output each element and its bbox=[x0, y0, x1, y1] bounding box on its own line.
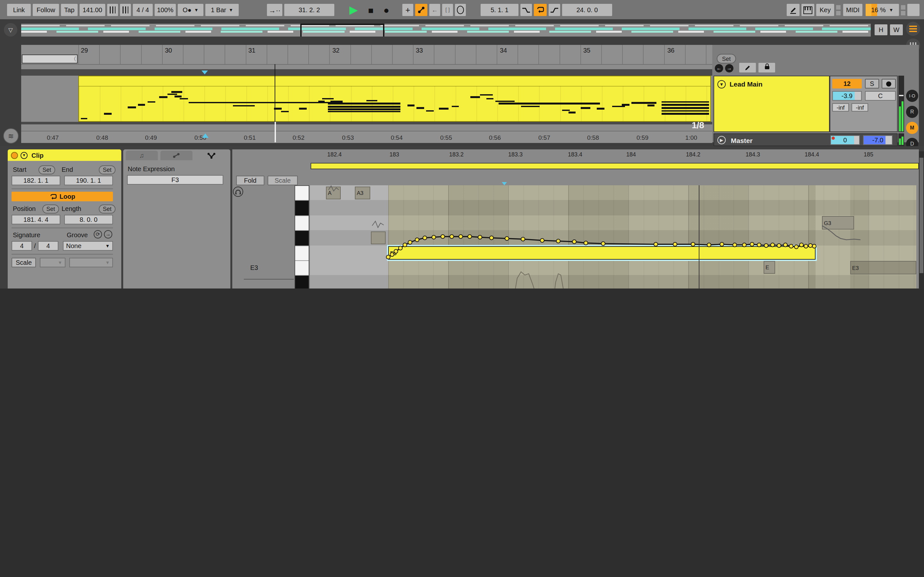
capture-midi-button[interactable]: [ ] bbox=[442, 4, 453, 16]
arrangement-view-selector[interactable] bbox=[906, 22, 920, 36]
midi-note-small[interactable] bbox=[371, 231, 386, 244]
clip-length-field[interactable]: 8. 0. 0 bbox=[64, 215, 113, 224]
prev-locator-button[interactable]: ← bbox=[715, 64, 723, 73]
tempo-field[interactable]: 141.00 bbox=[79, 4, 105, 16]
computer-midi-keyboard-button[interactable] bbox=[801, 4, 814, 16]
mixer-section-toggle[interactable]: M bbox=[906, 122, 918, 134]
scale-mode-button[interactable]: Scale bbox=[11, 258, 36, 268]
metronome-toggle[interactable]: O●▼ bbox=[178, 4, 204, 16]
returns-section-toggle[interactable]: R bbox=[906, 106, 918, 118]
clip-panel-header[interactable]: ▼ Clip bbox=[8, 149, 121, 161]
back-to-arrangement-chip[interactable]: ▽ bbox=[4, 23, 17, 37]
preview-headphone-button[interactable] bbox=[233, 187, 243, 197]
track-activator[interactable]: 12 bbox=[832, 79, 862, 89]
solo-button[interactable]: S bbox=[865, 79, 879, 89]
midi-note-f3-selected[interactable]: F3 bbox=[388, 246, 816, 259]
optimize-width-button[interactable]: W bbox=[890, 24, 903, 35]
groove-commit-icon[interactable]: ⟳ bbox=[94, 230, 102, 239]
clip-end-field[interactable]: 190. 1. 1 bbox=[64, 176, 113, 185]
punch-out-button[interactable] bbox=[549, 4, 560, 16]
session-record-button[interactable] bbox=[455, 4, 466, 16]
overdub-button[interactable]: + bbox=[402, 4, 413, 16]
record-button[interactable]: ● bbox=[380, 3, 393, 17]
nudge-down-button[interactable] bbox=[107, 4, 118, 16]
midi-note-g3[interactable]: G3 bbox=[822, 216, 854, 229]
piano-keys[interactable] bbox=[294, 185, 309, 288]
lock-envelopes-button[interactable] bbox=[758, 63, 775, 73]
re-enable-automation-button[interactable]: ← bbox=[429, 4, 440, 16]
sig-numerator-field[interactable]: 4 bbox=[11, 241, 32, 251]
piano-key[interactable] bbox=[295, 261, 309, 276]
draw-mode-button[interactable] bbox=[787, 4, 800, 16]
punch-loop-start-field[interactable]: 5. 1. 1 bbox=[481, 4, 519, 16]
arrangement-clip-lead-main[interactable] bbox=[78, 76, 711, 122]
midi-note-a[interactable]: A bbox=[326, 187, 341, 199]
tap-tempo-button[interactable]: Tap bbox=[61, 4, 78, 16]
draw-automation-button[interactable] bbox=[739, 63, 756, 73]
quantization-menu[interactable]: 1 Bar▼ bbox=[205, 4, 239, 16]
set-locator-button[interactable]: Set bbox=[717, 54, 736, 63]
master-fold-button[interactable]: ▶ bbox=[717, 136, 726, 144]
midi-note-e3-next[interactable]: E3 bbox=[850, 261, 916, 274]
piano-key[interactable] bbox=[295, 276, 309, 288]
sig-denominator-field[interactable]: 4 bbox=[38, 241, 58, 251]
midi-note-a3[interactable]: A3 bbox=[355, 187, 370, 199]
nudge-up-button[interactable] bbox=[120, 4, 131, 16]
stop-button[interactable]: ■ bbox=[365, 3, 377, 17]
end-set-button[interactable]: Set bbox=[99, 165, 115, 174]
track-volume-field[interactable]: -3.9 bbox=[832, 91, 862, 101]
piano-key[interactable] bbox=[295, 216, 309, 231]
master-volume-field[interactable]: -7.0 bbox=[863, 135, 893, 145]
tab-note-expression[interactable] bbox=[195, 151, 227, 161]
clip-title-bar[interactable] bbox=[79, 76, 710, 87]
fold-button[interactable]: Fold bbox=[236, 176, 264, 185]
io-section-toggle[interactable]: I·O bbox=[906, 90, 918, 102]
time-signature-field[interactable]: 4 / 4 bbox=[133, 4, 153, 16]
track-name[interactable]: Lead Main bbox=[730, 80, 762, 88]
midi-map-button[interactable]: MIDI bbox=[843, 4, 863, 16]
position-set-button[interactable]: Set bbox=[42, 205, 59, 213]
groove-apply-icon[interactable]: → bbox=[104, 230, 112, 239]
tab-envelopes[interactable] bbox=[160, 151, 192, 160]
clip-start-field[interactable]: 182. 1. 1 bbox=[11, 176, 60, 185]
arrangement-bar-ruler[interactable]: 29 30 31 32 33 34 35 36 bbox=[21, 45, 712, 65]
prev-clip-remnant[interactable]: 〈 bbox=[22, 55, 78, 63]
track-fold-button[interactable]: ▼ bbox=[717, 80, 726, 89]
groove-select[interactable]: None▼ bbox=[63, 241, 113, 251]
link-button[interactable]: Link bbox=[7, 4, 31, 16]
follow-playhead-button[interactable]: →·· bbox=[267, 4, 282, 16]
midi-note-e[interactable]: E bbox=[764, 261, 775, 274]
editor-beat-ruler[interactable]: 182.4 183 183.2 183.3 183.4 184 184.2 18… bbox=[310, 151, 919, 161]
groove-amount-field[interactable]: 100% bbox=[155, 4, 176, 16]
master-track-row[interactable]: ▶ Master 0 -7.0 bbox=[714, 133, 898, 146]
tab-notes[interactable]: ♫ bbox=[126, 151, 158, 160]
editor-loop-strip[interactable] bbox=[310, 163, 919, 169]
overview-viewport[interactable] bbox=[300, 24, 384, 37]
punch-loop-length-field[interactable]: 24. 0. 0 bbox=[562, 4, 612, 16]
piano-key[interactable] bbox=[295, 231, 309, 246]
arm-button[interactable] bbox=[882, 79, 896, 89]
punch-in-button[interactable] bbox=[520, 4, 532, 16]
piano-key[interactable] bbox=[295, 201, 309, 216]
arrangement-overview[interactable] bbox=[21, 24, 871, 37]
editor-scrollbar[interactable] bbox=[919, 151, 924, 288]
next-locator-button[interactable]: → bbox=[725, 64, 733, 73]
length-set-button[interactable]: Set bbox=[99, 205, 115, 213]
send-a-field[interactable]: -inf bbox=[832, 103, 849, 111]
track-header-lead-main[interactable]: ▼ Lead Main bbox=[714, 76, 830, 132]
master-pan-field[interactable]: 0 bbox=[830, 135, 860, 145]
loop-button[interactable] bbox=[534, 4, 547, 16]
key-map-button[interactable]: Key bbox=[816, 4, 834, 16]
scale-name-select[interactable]: ▼ bbox=[69, 258, 113, 268]
scale-highlight-button[interactable]: Scale bbox=[268, 176, 298, 185]
start-set-button[interactable]: Set bbox=[39, 165, 55, 174]
arrangement-position-field[interactable]: 31. 2. 2 bbox=[284, 4, 334, 16]
follow-tempo-button[interactable]: Follow bbox=[33, 4, 59, 16]
zoom-back-chip[interactable]: ≋ bbox=[3, 128, 19, 143]
send-b-field[interactable]: -inf bbox=[851, 103, 868, 111]
play-button[interactable]: ▶ bbox=[347, 3, 360, 17]
time-ruler[interactable]: 0:47 0:48 0:49 0:50 0:51 0:52 0:53 0:54 … bbox=[21, 131, 712, 143]
automation-arm-button[interactable] bbox=[415, 4, 427, 16]
scale-root-select[interactable]: ▼ bbox=[40, 258, 65, 268]
piano-key[interactable] bbox=[295, 246, 309, 261]
